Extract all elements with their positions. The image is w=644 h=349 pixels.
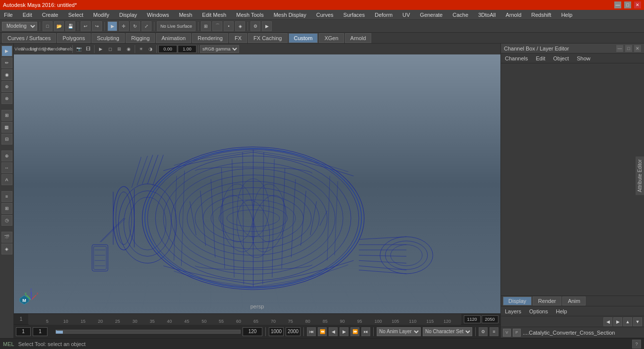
menu-generate[interactable]: Generate: [418, 11, 445, 19]
step-forward-button[interactable]: ⏩: [350, 327, 359, 336]
rp-object-menu[interactable]: Object: [551, 54, 571, 62]
tool4-button[interactable]: ⊕: [1, 81, 12, 92]
near-clip-field[interactable]: 0.00: [158, 45, 177, 53]
go-end-button[interactable]: ⏭: [361, 327, 370, 336]
menu-help[interactable]: Help: [559, 11, 575, 19]
tab-rigging[interactable]: Rigging: [126, 33, 155, 43]
rp-minimize-button[interactable]: —: [616, 45, 623, 52]
new-scene-button[interactable]: □: [43, 21, 52, 31]
render-button[interactable]: ▶: [262, 21, 272, 31]
menu-mesh-display[interactable]: Mesh Display: [272, 11, 308, 19]
menu-cache[interactable]: Cache: [450, 11, 470, 19]
menu-windows[interactable]: Windows: [145, 11, 171, 19]
select-mode-button[interactable]: ▶: [1, 46, 12, 56]
snap-point-button[interactable]: •: [224, 21, 234, 31]
rp-show-menu[interactable]: Show: [575, 54, 593, 62]
snap-grid-button[interactable]: ⊞: [201, 21, 211, 31]
tab-render[interactable]: Render: [533, 297, 561, 305]
tab-polygons[interactable]: Polygons: [57, 33, 90, 43]
vp-lighting-menu[interactable]: Lighting: [34, 45, 43, 53]
far-clip-field[interactable]: 1.00: [178, 45, 197, 53]
total-frames-field[interactable]: [482, 315, 498, 323]
vp-shade-btn[interactable]: ◉: [124, 45, 133, 53]
menu-modify[interactable]: Modify: [91, 11, 111, 19]
close-button[interactable]: ✕: [634, 1, 641, 8]
menu-curves[interactable]: Curves: [314, 11, 336, 19]
scale-tool-button[interactable]: ⤢: [142, 21, 151, 31]
menu-create[interactable]: Create: [40, 11, 60, 19]
anim-layers-button[interactable]: ≡: [490, 327, 498, 336]
layer-up-button[interactable]: ▲: [623, 317, 632, 326]
tab-anim[interactable]: Anim: [562, 297, 586, 305]
layer-down-button[interactable]: ▼: [633, 317, 642, 326]
3d-viewport[interactable]: x y z M persp: [14, 54, 500, 313]
layers-menu-item[interactable]: Layers: [503, 307, 523, 315]
snap-curve-button[interactable]: ⌒: [212, 21, 222, 31]
select-tool-button[interactable]: ▶: [107, 21, 117, 31]
hypershade-button[interactable]: ◈: [1, 244, 12, 254]
vp-panels-menu[interactable]: Panels: [62, 45, 71, 53]
vp-select-btn[interactable]: ▶: [96, 45, 105, 53]
history-button[interactable]: ◷: [1, 215, 12, 226]
rotate-tool-button[interactable]: ↻: [130, 21, 140, 31]
grid-button[interactable]: ⊟: [1, 134, 12, 145]
tab-fx[interactable]: FX: [229, 33, 247, 43]
channel-button[interactable]: ≡: [1, 191, 12, 202]
paint-tool-button[interactable]: ✏: [1, 57, 12, 68]
step-back-button[interactable]: ⏪: [318, 327, 327, 336]
layer-visibility-button[interactable]: V: [503, 329, 511, 337]
menu-arnold[interactable]: Arnold: [503, 11, 523, 19]
anim-prefs-button[interactable]: ⚙: [479, 327, 488, 336]
no-live-surface-button[interactable]: No Live Surface: [157, 21, 196, 31]
help-menu-item[interactable]: Help: [554, 307, 569, 315]
playback-slider[interactable]: [55, 330, 241, 334]
menu-mesh-tools[interactable]: Mesh Tools: [234, 11, 265, 19]
playback-thumb[interactable]: [56, 331, 63, 334]
menu-surfaces[interactable]: Surfaces: [342, 11, 367, 19]
snap-button[interactable]: ⊕: [1, 150, 12, 161]
rp-close-button[interactable]: ✕: [634, 45, 641, 52]
max-range2-field[interactable]: [286, 327, 300, 336]
render-view-button[interactable]: 🎬: [1, 232, 12, 243]
vp-film-btn[interactable]: 🎞: [84, 45, 93, 53]
colorspace-selector[interactable]: sRGB gamma: [200, 45, 239, 53]
tab-display[interactable]: Display: [503, 297, 532, 305]
max-range-field[interactable]: [269, 327, 284, 336]
rp-channels-menu[interactable]: Channels: [503, 54, 530, 62]
play-forward-button[interactable]: ▶: [340, 327, 348, 336]
tab-curves-surfaces[interactable]: Curves / Surfaces: [2, 33, 56, 43]
rp-maximize-button[interactable]: □: [625, 45, 632, 52]
menu-uv[interactable]: UV: [400, 11, 412, 19]
annotate-button[interactable]: A: [1, 174, 12, 185]
go-start-button[interactable]: ⏮: [307, 327, 316, 336]
layout-button[interactable]: ▦: [1, 122, 12, 133]
menu-3dtoall[interactable]: 3DtoAll: [476, 11, 497, 19]
redo-button[interactable]: ↪: [92, 21, 102, 31]
sculpt-button[interactable]: ◉: [1, 69, 12, 80]
vp-light-btn[interactable]: ☀: [137, 45, 146, 53]
menu-edit[interactable]: Edit: [21, 11, 34, 19]
tab-animation[interactable]: Animation: [156, 33, 191, 43]
menu-redshift[interactable]: Redshift: [529, 11, 553, 19]
menu-deform[interactable]: Deform: [373, 11, 395, 19]
anim-layer-selector[interactable]: No Anim Layer: [377, 327, 421, 336]
tab-custom[interactable]: Custom: [289, 33, 318, 43]
move-tool-button[interactable]: ✛: [119, 21, 129, 31]
start-frame-field[interactable]: 1: [16, 327, 31, 336]
character-set-selector[interactable]: No Character Set: [423, 327, 472, 336]
vp-poly-btn[interactable]: ◻: [105, 45, 114, 53]
vp-camera-btn[interactable]: 📷: [74, 45, 83, 53]
minimize-button[interactable]: —: [614, 1, 621, 8]
menu-file[interactable]: File: [2, 11, 15, 19]
menu-mesh[interactable]: Mesh: [177, 11, 194, 19]
tab-arnold[interactable]: Arnold: [345, 33, 372, 43]
vp-wire-btn[interactable]: ⊞: [115, 45, 124, 53]
render-settings-button[interactable]: ⚙: [250, 21, 260, 31]
options-menu-item[interactable]: Options: [527, 307, 550, 315]
attr-button[interactable]: ⊞: [1, 203, 12, 214]
timeline-ruler[interactable]: 5 10 15 20 25 30 35 40 45 50 55 60 65 70: [29, 314, 461, 325]
tool5-button[interactable]: ⊗: [1, 93, 12, 104]
current-time-field[interactable]: [464, 315, 481, 323]
tab-fx-caching[interactable]: FX Caching: [248, 33, 287, 43]
menu-edit-mesh[interactable]: Edit Mesh: [200, 11, 228, 19]
